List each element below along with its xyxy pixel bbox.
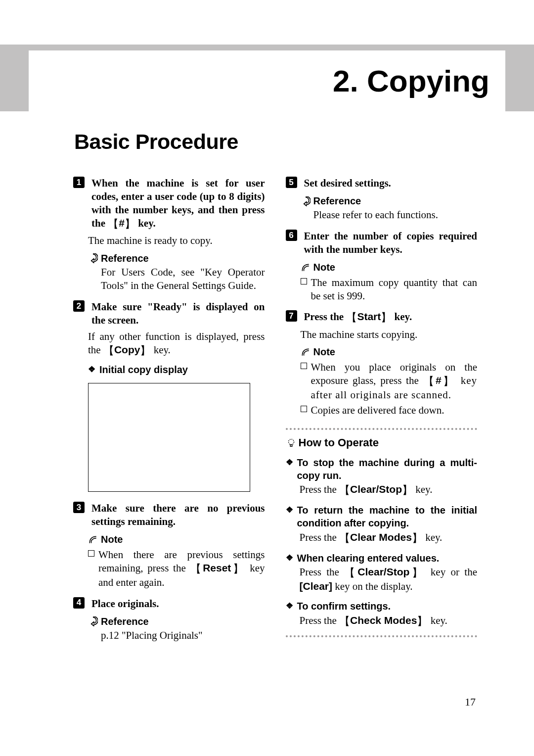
tip-clear-heading: ❖ When clearing entered values. — [286, 552, 478, 565]
step-3: 3 Make sure there are no previous settin… — [73, 502, 265, 589]
step-number-icon: 7 — [286, 310, 297, 322]
step-number-icon: 1 — [73, 177, 85, 188]
bracket-l-icon: 【 — [339, 615, 350, 627]
tip-stop-heading: ❖ To stop the machine during a multi-cop… — [286, 457, 478, 482]
step-number-icon: 5 — [286, 177, 297, 188]
text: Press the — [300, 531, 340, 543]
bracket-l-icon: 【 — [108, 218, 119, 230]
initial-display-heading: ❖ Initial copy display — [88, 364, 265, 377]
check-modes-key: 【Check Modes】 — [339, 614, 428, 626]
tip-heading-text: To return the machine to the initial con… — [297, 504, 478, 529]
bracket-r-icon: 】 — [417, 615, 428, 627]
note-text: Copies are delivered face down. — [311, 404, 445, 417]
tip-return-heading: ❖ To return the machine to the initial c… — [286, 504, 478, 529]
text: key. — [413, 483, 432, 495]
reference-label: Reference — [88, 252, 265, 265]
diamond-icon: ❖ — [88, 364, 95, 377]
key-label: Clear/Stop — [357, 566, 409, 577]
step-3-heading: Make sure there are no previous settings… — [91, 502, 265, 528]
reference-icon — [88, 253, 98, 263]
bracket-r-icon: 】 — [412, 532, 423, 544]
text: Press the — [304, 311, 347, 323]
note-text: When there are previous settings remaini… — [98, 548, 265, 589]
note-icon — [88, 535, 98, 545]
bracket-l-icon: 【 — [344, 567, 357, 579]
key-label: Clear Modes — [350, 531, 412, 543]
step-1-body: The machine is ready to copy. — [73, 234, 265, 247]
step-5: 5 Set desired settings. Reference Please… — [286, 177, 478, 222]
reference-text: p.12 "Placing Originals" — [101, 629, 265, 642]
key-label: Clear/Stop — [350, 483, 402, 495]
svg-point-0 — [288, 439, 294, 445]
note-bullet-2: Copies are delivered face down. — [301, 404, 478, 417]
step-2-body: If any other function is displayed, pres… — [73, 330, 265, 358]
reference-label-text: Reference — [313, 195, 361, 208]
bracket-r-icon: 】 — [231, 563, 245, 575]
bracket-l-icon: 【 — [103, 344, 114, 357]
tip-stop-body: Press the 【Clear/Stop】 key. — [300, 483, 478, 497]
text: key. — [151, 344, 170, 356]
tip-return-body: Press the 【Clear Modes】 key. — [300, 531, 478, 545]
note-bullet: The maximum copy quantity that can be se… — [301, 276, 478, 303]
clear-key: [Clear] — [300, 580, 333, 592]
note-bullet: When there are previous settings remaini… — [88, 548, 265, 589]
key-label: # — [436, 375, 442, 386]
page-number: 17 — [465, 696, 476, 709]
reference-text: Please refer to each functions. — [313, 208, 478, 222]
divider-dots — [286, 428, 478, 430]
clear-modes-key: 【Clear Modes】 — [339, 531, 423, 543]
step-number-icon: 3 — [73, 502, 85, 513]
key-label: Copy — [114, 344, 140, 355]
note-label-text: Note — [313, 346, 335, 359]
diamond-icon: ❖ — [286, 553, 293, 565]
text: Press the — [300, 483, 340, 495]
note-text: The maximum copy quantity that can be se… — [311, 276, 478, 303]
step-6: 6 Enter the number of copies required wi… — [286, 230, 478, 302]
text: key. — [428, 614, 447, 626]
note-label-text: Note — [313, 261, 335, 274]
bullet-box-icon — [88, 550, 94, 557]
key-label: Check Modes — [350, 614, 417, 626]
step-4: 4 Place originals. Reference p.12 "Placi… — [73, 597, 265, 642]
tip-heading-text: When clearing entered values. — [297, 552, 440, 565]
reference-icon — [301, 196, 311, 206]
text: key. — [135, 217, 156, 229]
how-to-operate-heading: How to Operate — [286, 436, 478, 450]
content-columns: 1 When the machine is set for user codes… — [0, 154, 534, 643]
clear-stop-key: 【Clear/Stop】 — [344, 566, 425, 577]
bracket-r-icon: 】 — [140, 344, 151, 357]
bracket-r-icon: 】 — [381, 311, 392, 324]
how-to-operate-text: How to Operate — [299, 436, 379, 450]
copy-key: 【Copy】 — [103, 344, 151, 355]
tip-heading-text: To stop the machine during a multi-copy … — [297, 457, 478, 482]
step-number-icon: 4 — [73, 597, 85, 609]
text: key. — [392, 311, 412, 323]
right-column: 5 Set desired settings. Reference Please… — [286, 169, 478, 643]
step-7-body: The machine starts copying. — [286, 328, 478, 341]
diamond-icon: ❖ — [286, 505, 293, 529]
note-label: Note — [88, 533, 265, 546]
reference-label: Reference — [301, 195, 478, 208]
note-icon — [301, 263, 311, 273]
note-label: Note — [301, 346, 478, 359]
lightbulb-icon — [286, 437, 297, 448]
bullet-box-icon — [301, 363, 307, 369]
divider-dots — [286, 635, 478, 637]
start-key: 【Start】 — [346, 311, 392, 322]
note-label-text: Note — [101, 533, 123, 546]
chapter-title: 2. Copying — [333, 63, 490, 98]
hash-key: 【#】 — [423, 375, 456, 386]
step-7-heading: Press the 【Start】 key. — [304, 310, 478, 325]
step-2: 2 Make sure "Ready" is displayed on the … — [73, 300, 265, 492]
text: Press the — [300, 614, 340, 626]
chapter-header-inner: 2. Copying — [29, 50, 505, 111]
step-2-heading: Make sure "Ready" is displayed on the sc… — [91, 300, 265, 327]
clear-stop-key: 【Clear/Stop】 — [339, 483, 413, 495]
tip-clear-body: Press the 【Clear/Stop】 key or the [Clear… — [300, 566, 478, 593]
bullet-box-icon — [301, 406, 307, 412]
step-number-icon: 2 — [73, 300, 85, 312]
reference-icon — [88, 616, 98, 626]
initial-display-placeholder — [88, 383, 250, 492]
reference-label: Reference — [88, 615, 265, 628]
note-text: When you place originals on the exposure… — [311, 361, 478, 402]
